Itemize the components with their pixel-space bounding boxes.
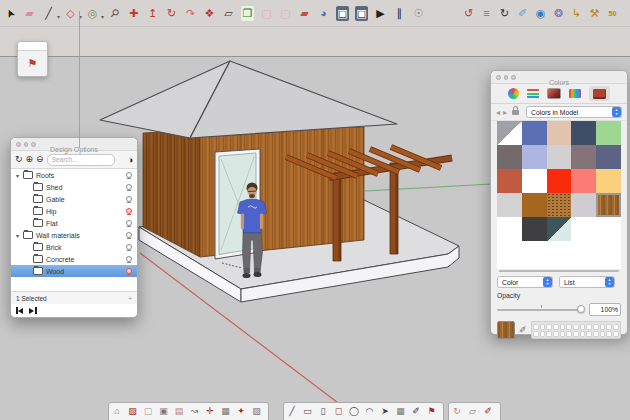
color-well[interactable]	[593, 331, 599, 337]
make-component-icon[interactable]: ❐	[241, 6, 254, 21]
color-well[interactable]	[560, 324, 566, 330]
swatch[interactable]	[547, 193, 572, 217]
opacity-slider[interactable]	[497, 309, 584, 311]
tree-item-flat[interactable]: Flat	[11, 217, 137, 229]
color-well[interactable]	[533, 324, 539, 330]
lightbulb-icon[interactable]	[126, 196, 133, 203]
search-input[interactable]	[47, 154, 115, 166]
color-well[interactable]	[540, 331, 546, 337]
tool-icon[interactable]: ▧	[251, 405, 263, 418]
tree-item-wall-materials[interactable]: ▾Wall materials	[11, 229, 137, 241]
tool-icon[interactable]: ✦	[235, 405, 247, 418]
tool-icon[interactable]: ✐	[482, 405, 494, 418]
color-well[interactable]	[606, 331, 612, 337]
swatch[interactable]	[522, 121, 547, 145]
hammer-tool-icon[interactable]: ⚒	[588, 6, 601, 21]
color-well[interactable]	[540, 324, 546, 330]
forward-arrow-icon[interactable]: ▸	[503, 108, 507, 117]
mini-palette-titlebar[interactable]	[18, 42, 47, 51]
next-option-button[interactable]	[29, 307, 36, 314]
select-icon[interactable]: ➤	[1, 4, 20, 22]
line-dropdown-caret-icon[interactable]: ▾	[57, 13, 60, 20]
tool-icon[interactable]: ◠	[364, 405, 376, 418]
style-brush-icon[interactable]: ✐	[516, 6, 529, 21]
add-icon[interactable]: +	[128, 295, 132, 302]
color-well[interactable]	[613, 324, 619, 330]
color-well[interactable]	[606, 324, 612, 330]
swatch[interactable]	[497, 193, 522, 217]
swatch[interactable]	[497, 169, 522, 193]
color-well[interactable]	[573, 324, 579, 330]
section-plane-icon[interactable]: ▰	[298, 6, 311, 21]
tool-icon[interactable]: ✛	[204, 405, 216, 418]
offset-icon[interactable]: ↷	[184, 6, 197, 21]
design-options-titlebar[interactable]: Design Options	[11, 138, 137, 151]
tree-item-roofs[interactable]: ▾Roofs	[11, 169, 137, 181]
swatch[interactable]	[547, 217, 572, 241]
back-arrow-icon[interactable]: ◂	[496, 108, 500, 117]
slider-thumb[interactable]	[577, 305, 585, 313]
tree-item-shed[interactable]: Shed	[11, 181, 137, 193]
swatch[interactable]	[571, 217, 596, 241]
lock-icon[interactable]	[512, 110, 519, 115]
redo-history-icon[interactable]: ↺	[462, 6, 475, 21]
current-material-swatch[interactable]	[497, 321, 515, 339]
lightbulb-icon-active[interactable]	[126, 268, 133, 275]
tool-icon[interactable]: ▢	[142, 405, 154, 418]
tool-icon[interactable]: ▦	[395, 405, 407, 418]
swatch[interactable]	[547, 169, 572, 193]
swatch[interactable]	[522, 145, 547, 169]
tool-icon[interactable]: ▦	[220, 405, 232, 418]
color-well[interactable]	[580, 324, 586, 330]
lightbulb-icon[interactable]	[126, 172, 133, 179]
zoom-extents-icon[interactable]: ▣	[355, 6, 368, 21]
tool-icon[interactable]: ▣	[158, 405, 170, 418]
tool-icon[interactable]: ➤	[379, 405, 391, 418]
crayons-tab-icon[interactable]	[569, 89, 581, 98]
tool-icon[interactable]: ⚑	[426, 405, 438, 418]
color-sliders-tab-icon[interactable]	[527, 89, 539, 98]
eraser-soft-icon[interactable]: ▱	[222, 6, 235, 21]
swatch[interactable]	[596, 121, 621, 145]
color-well[interactable]	[600, 324, 606, 330]
swatch[interactable]	[522, 217, 547, 241]
eraser-icon[interactable]: ▰	[23, 6, 36, 21]
remove-option-icon[interactable]: ⊖	[36, 151, 44, 168]
window-controls[interactable]	[16, 142, 36, 147]
add-option-icon[interactable]: ⊕	[26, 151, 34, 168]
color-well[interactable]	[533, 331, 539, 337]
texture-icon[interactable]: ▢	[279, 6, 292, 21]
swatch[interactable]	[522, 193, 547, 217]
sandbox-tool-icon[interactable]: ⚑	[28, 57, 38, 70]
color-well[interactable]	[553, 324, 559, 330]
color-well[interactable]	[560, 331, 566, 337]
color-well[interactable]	[566, 324, 572, 330]
colors-titlebar[interactable]: Colors	[491, 71, 627, 84]
tool-icon[interactable]: ↻	[451, 405, 463, 418]
pipe-tool-icon[interactable]: ↳	[570, 6, 583, 21]
rotate-icon[interactable]: ↻	[165, 6, 178, 21]
fifty-fifty-icon[interactable]: 50	[606, 6, 619, 21]
color-well[interactable]	[553, 331, 559, 337]
swatch[interactable]	[547, 145, 572, 169]
play-icon[interactable]: ▶	[374, 6, 387, 21]
color-well[interactable]	[580, 331, 586, 337]
pause-icon[interactable]: ∥	[393, 6, 406, 21]
color-palette-tab-icon[interactable]	[547, 88, 561, 99]
color-well[interactable]	[546, 331, 552, 337]
swatch[interactable]	[596, 145, 621, 169]
push-pull-icon[interactable]: ↥	[146, 6, 159, 21]
swatch[interactable]	[547, 121, 572, 145]
tool-icon[interactable]: ◯	[348, 405, 360, 418]
shape-icon[interactable]: ◇	[64, 6, 77, 21]
lightbulb-icon-active[interactable]	[126, 208, 133, 215]
entity-list-icon[interactable]: ≡	[480, 6, 493, 21]
pan-icon[interactable]: ▣	[336, 6, 349, 21]
swatch[interactable]	[596, 169, 621, 193]
tree-item-concrete[interactable]: Concrete	[11, 253, 137, 265]
follow-me-icon[interactable]: ❖	[203, 6, 216, 21]
tree-item-gable[interactable]: Gable	[11, 193, 137, 205]
filter-toggle-icon[interactable]: ◑	[128, 155, 133, 165]
tool-icon[interactable]: ▤	[173, 405, 185, 418]
swatch[interactable]	[596, 217, 621, 241]
